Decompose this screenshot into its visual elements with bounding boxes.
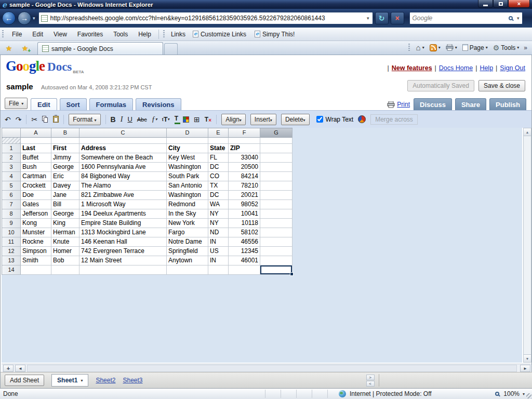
cell-C14[interactable] <box>79 265 167 275</box>
cell-A2[interactable]: Buffet <box>21 153 51 163</box>
row-header-2[interactable]: 2 <box>2 153 21 163</box>
cell-D9[interactable]: New York <box>167 219 208 228</box>
cell-F11[interactable]: 46556 <box>229 237 260 247</box>
insert-menu-button[interactable]: Insert▾ <box>250 114 276 125</box>
cell-D3[interactable]: Washington <box>167 163 208 172</box>
borders-button[interactable]: ⊞ <box>194 115 200 124</box>
cell-E13[interactable]: IN <box>208 256 229 265</box>
cell-F8[interactable]: 10041 <box>229 209 260 219</box>
automatically-saved-button[interactable]: Automatically Saved <box>407 80 474 91</box>
forward-button[interactable]: → <box>18 11 31 25</box>
cell-E14[interactable] <box>208 265 229 275</box>
cell-A13[interactable]: Smith <box>21 256 51 265</box>
discuss-button[interactable]: Discuss <box>414 98 452 110</box>
scroll-right-button[interactable]: ► <box>520 365 530 372</box>
horizontal-scrollbar[interactable] <box>27 365 517 372</box>
file-menu-button[interactable]: File ▾ <box>5 98 28 109</box>
tab-sort[interactable]: Sort <box>60 98 87 110</box>
cell-F7[interactable]: 98052 <box>229 200 260 209</box>
cell-G11[interactable] <box>260 237 292 247</box>
italic-button[interactable]: I <box>121 115 123 124</box>
back-button[interactable]: ← <box>2 11 16 25</box>
cell-G13[interactable] <box>260 256 292 265</box>
redo-icon[interactable]: ↷ <box>16 115 22 124</box>
cell-F4[interactable]: 84214 <box>229 172 260 181</box>
cell-B1[interactable]: First <box>51 144 79 153</box>
header-link-docs-home[interactable]: Docs Home <box>439 64 473 72</box>
cell-E11[interactable]: IN <box>208 237 229 247</box>
tab-formulas[interactable]: Formulas <box>89 98 134 110</box>
scroll-up-button[interactable]: ▲ <box>524 128 531 136</box>
row-header-10[interactable]: 10 <box>2 228 21 237</box>
strikethrough-button[interactable]: Abc <box>137 115 147 124</box>
chart-icon[interactable] <box>358 115 366 123</box>
row-header-1[interactable]: 1 <box>2 144 21 153</box>
header-link-help[interactable]: Help <box>480 64 493 72</box>
undo-icon[interactable]: ↶ <box>5 115 11 124</box>
row-header-12[interactable]: 12 <box>2 247 21 256</box>
row-header-4[interactable]: 4 <box>2 172 21 181</box>
add-button[interactable]: + <box>3 365 14 372</box>
cell-E5[interactable]: TX <box>208 181 229 191</box>
cell-G1[interactable] <box>260 144 292 153</box>
cell-F10[interactable]: 58102 <box>229 228 260 237</box>
cell-E8[interactable]: NY <box>208 209 229 219</box>
tools-menu-button[interactable]: ⚙ Tools ▾ <box>491 43 522 53</box>
font-size-button[interactable]: tT▾ <box>162 115 170 124</box>
print-button[interactable]: ▾ <box>444 43 459 52</box>
scroll-down-button[interactable]: ▼ <box>524 354 531 362</box>
cell-F3[interactable]: 20500 <box>229 163 260 172</box>
cell-G3[interactable] <box>260 163 292 172</box>
column-header-B[interactable]: B <box>51 128 79 138</box>
menu-help[interactable]: Help <box>133 29 156 39</box>
cell-B4[interactable]: Eric <box>51 172 79 181</box>
cell-G9[interactable] <box>260 219 292 228</box>
cell-D1[interactable]: City <box>167 144 208 153</box>
fill-color-button[interactable] <box>183 116 189 123</box>
scroll-left-button[interactable]: ◄ <box>15 365 25 372</box>
cell-C7[interactable]: 1 Microsoft Way <box>79 200 167 209</box>
cell-B9[interactable]: King <box>51 219 79 228</box>
more-commands-chevron[interactable]: » <box>522 44 529 51</box>
cell-A3[interactable]: Bush <box>21 163 51 172</box>
row-header-14[interactable]: 14 <box>2 265 21 275</box>
cell-G14[interactable] <box>260 265 292 275</box>
grid-corner-cell[interactable] <box>2 128 21 138</box>
sheet-tab-sheet3[interactable]: Sheet3 <box>123 377 142 384</box>
cell-D11[interactable]: Notre Dame <box>167 237 208 247</box>
delete-menu-button[interactable]: Delete▾ <box>281 114 310 125</box>
cell-C2[interactable]: Somewhere on the Beach <box>79 153 167 163</box>
column-header-C[interactable]: C <box>79 128 167 138</box>
cell-F13[interactable]: 46001 <box>229 256 260 265</box>
stop-button[interactable]: × <box>391 12 404 24</box>
cell-F12[interactable]: 12345 <box>229 247 260 256</box>
browser-tab[interactable]: sample - Google Docs <box>37 42 163 55</box>
format-menu-button[interactable]: Format ▾ <box>69 114 100 125</box>
cell-E12[interactable]: US <box>208 247 229 256</box>
column-header-E[interactable]: E <box>208 128 229 138</box>
cell-G6[interactable] <box>260 191 292 200</box>
cell-C12[interactable]: 742 Evergreen Terrace <box>79 247 167 256</box>
copy-icon[interactable] <box>42 116 48 123</box>
tab-edit[interactable]: Edit <box>31 98 57 110</box>
cut-icon[interactable]: ✂ <box>31 115 37 124</box>
gutter-row-header[interactable] <box>2 138 21 144</box>
print-link[interactable]: Print <box>387 101 410 108</box>
column-header-G[interactable]: G <box>260 128 292 138</box>
cell-A12[interactable]: Simpson <box>21 247 51 256</box>
cell-A1[interactable]: Last <box>21 144 51 153</box>
cell-C8[interactable]: 194 Deelux Apartments <box>79 209 167 219</box>
collapse-panel-button[interactable]: < <box>366 381 375 387</box>
row-header-13[interactable]: 13 <box>2 256 21 265</box>
cell-G12[interactable] <box>260 247 292 256</box>
cell-B13[interactable]: Bob <box>51 256 79 265</box>
cell-E3[interactable]: DC <box>208 163 229 172</box>
menu-tools[interactable]: Tools <box>108 29 133 39</box>
cell-D12[interactable]: Springfield <box>167 247 208 256</box>
cell-C10[interactable]: 1313 Mockingbird Lane <box>79 228 167 237</box>
align-menu-button[interactable]: Align▾ <box>221 114 246 125</box>
merge-across-button[interactable]: Merge across <box>370 114 418 125</box>
add-favorite-button[interactable]: ★ + <box>18 42 32 54</box>
page-menu-button[interactable]: Page ▾ <box>460 43 490 52</box>
cell-A5[interactable]: Crockett <box>21 181 51 191</box>
